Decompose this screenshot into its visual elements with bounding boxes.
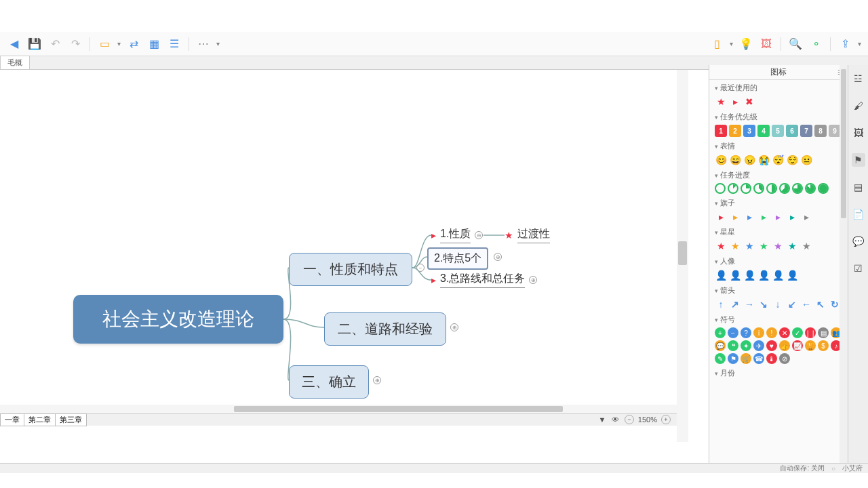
zoom-out-button[interactable]: − [625,415,634,424]
more-icon[interactable]: ⋯ [195,35,212,53]
sub-1-2-selected[interactable]: 2.特点5个 [427,247,488,270]
symbol-icon[interactable]: ✕ [779,327,790,338]
flag-icon[interactable]: ▸ [800,211,812,223]
symbol-icon[interactable]: 🌡 [766,353,777,364]
arrow-icon[interactable]: → [743,298,755,310]
redo-icon[interactable]: ↷ [66,35,84,53]
person-icon[interactable]: 👤 [786,269,798,281]
flag-icon[interactable]: ▸ [715,211,727,223]
flag-icon[interactable]: ▸ [786,211,798,223]
image-icon[interactable]: 🖼 [757,35,775,53]
symbol-icon[interactable]: ❝ [728,340,738,351]
emotion-icon[interactable]: 😐 [800,154,812,166]
flag-icon[interactable]: ▸ [743,211,755,223]
save-icon[interactable]: 💾 [26,35,43,53]
star-icon[interactable]: ★ [715,240,727,252]
task-icon[interactable]: ☑ [852,262,865,275]
star-icon[interactable]: ★ [800,240,812,252]
undo-icon[interactable]: ↶ [46,35,64,53]
search-icon[interactable]: 🔍 [787,35,804,53]
sub-1-3[interactable]: ▸ 3.总路线和总任务 ⊕ [431,272,537,288]
person-icon[interactable]: 👤 [772,269,784,281]
symbol-icon[interactable]: 👍 [779,340,790,351]
sheet-tab[interactable]: 第三章 [55,413,87,426]
progress-icon[interactable] [728,183,738,194]
symbol-icon[interactable]: ❘❘ [805,327,816,338]
image-icon[interactable]: 🖼 [852,126,865,140]
drill-icon[interactable]: ▦ [145,35,163,53]
flag-icon[interactable]: ▸ [757,211,770,223]
symbol-icon[interactable]: ▤ [818,327,829,338]
expander-icon[interactable]: ⊕ [494,253,502,261]
progress-icon[interactable] [766,183,777,194]
star-icon[interactable]: ★ [786,240,798,252]
progress-icon[interactable] [805,183,816,194]
symbol-icon[interactable]: 🏆 [805,340,816,351]
format-icon[interactable]: ☳ [852,72,865,85]
sub-1-1[interactable]: ▸ 1.性质 ⊖ [431,227,483,243]
branch-2[interactable]: 二、道路和经验 [324,312,446,346]
symbol-icon[interactable]: 📈 [792,340,803,351]
comment-icon[interactable]: 💬 [852,235,865,248]
back-icon[interactable]: ◀ [5,35,23,53]
symbol-icon[interactable]: − [728,327,738,338]
person-icon[interactable]: 👤 [729,269,741,281]
emotion-icon[interactable]: 😌 [786,154,798,166]
person-icon[interactable]: 👤 [715,269,727,281]
recent-icon[interactable]: ✖ [743,96,755,108]
star-icon[interactable]: ★ [772,240,784,252]
flag-icon[interactable]: ▸ [729,211,741,223]
eye-icon[interactable]: 👁 [611,415,620,424]
progress-icon[interactable] [779,183,790,194]
recent-icon[interactable]: ★ [715,96,727,108]
symbol-icon[interactable]: ⊘ [779,353,790,364]
priority-icon[interactable]: 7 [800,125,812,137]
arrow-icon[interactable]: ↖ [814,298,827,310]
flag-icon[interactable]: ▸ [772,211,784,223]
symbol-icon[interactable]: ♥ [766,340,777,351]
symbol-icon[interactable]: i [753,327,764,338]
style-icon[interactable]: 🖌 [852,99,865,113]
priority-icon[interactable]: 4 [757,125,770,137]
priority-icon[interactable]: 5 [772,125,784,137]
emotion-icon[interactable]: 😄 [729,154,741,166]
symbol-icon[interactable]: ✦ [741,340,751,351]
section-header[interactable]: 最近使用的 [715,83,842,93]
expander-icon[interactable]: ⊕ [529,276,537,284]
present-icon[interactable]: ▯ [708,35,726,53]
emotion-icon[interactable]: 😊 [715,154,727,166]
structure-icon[interactable]: ⇄ [125,35,142,53]
recent-icon[interactable]: ▸ [729,96,741,108]
symbol-icon[interactable]: 💬 [715,340,726,351]
emotion-icon[interactable]: 😭 [757,154,770,166]
priority-icon[interactable]: 3 [743,125,755,137]
progress-icon[interactable] [753,183,764,194]
branch-1[interactable]: 一、性质和特点 [289,253,412,286]
idea-icon[interactable]: 💡 [737,35,755,53]
notes-icon[interactable]: ▤ [852,180,865,194]
markers-icon[interactable]: ⚑ [852,153,865,167]
emotion-icon[interactable]: 😴 [772,154,784,166]
star-icon[interactable]: ★ [729,240,741,252]
root-node[interactable]: 社会主义改造理论 [73,295,283,344]
filter-icon[interactable]: ▼ [597,415,607,424]
section-header[interactable]: 星星 [715,227,842,237]
panel-scrollbar[interactable] [840,65,848,463]
section-header[interactable]: 任务进度 [715,170,842,180]
arrow-icon[interactable]: ↘ [757,298,770,310]
person-icon[interactable]: 👤 [757,269,770,281]
section-header[interactable]: 任务优先级 [715,112,842,122]
symbol-icon[interactable]: ☎ [753,353,764,364]
progress-icon[interactable] [792,183,803,194]
arrow-icon[interactable]: ↓ [772,298,784,310]
attach-icon[interactable]: 📄 [852,207,865,221]
dropdown-icon[interactable]: ▾ [856,40,863,47]
section-header[interactable]: 月份 [715,368,842,378]
dropdown-icon[interactable]: ▾ [728,40,734,47]
symbol-icon[interactable]: ⚑ [728,353,738,364]
theme-icon[interactable]: ▭ [96,35,113,53]
progress-icon[interactable] [715,183,726,194]
expander-icon[interactable]: ⊕ [373,376,381,384]
arrow-icon[interactable]: ↑ [715,298,727,310]
outline-icon[interactable]: ☰ [165,35,183,53]
